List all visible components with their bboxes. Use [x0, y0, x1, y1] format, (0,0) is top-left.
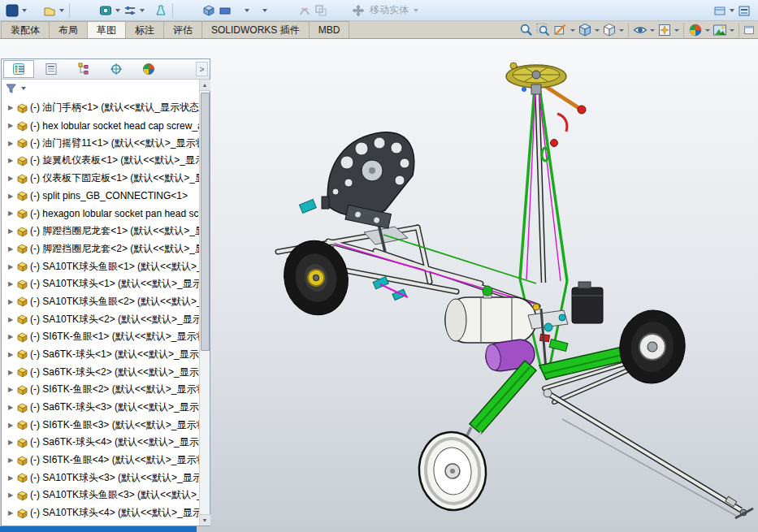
tab-assembly[interactable]: 装配体: [1, 21, 50, 38]
displaymanager-tab[interactable]: [133, 60, 164, 78]
window-icon[interactable]: [743, 22, 756, 38]
graphics-viewport[interactable]: [213, 39, 758, 532]
move-entities-group[interactable]: 移动实体: [350, 2, 420, 19]
slider-tool-icon[interactable]: [122, 2, 138, 19]
filter-funnel-icon[interactable]: [6, 84, 18, 94]
expand-arrow-icon[interactable]: ▶: [6, 298, 15, 305]
tree-item[interactable]: ▶ (-) 油门摇臂11<1> (默认<<默认>_显示状态 1>): [6, 134, 199, 152]
zoom-fit-icon[interactable]: [518, 22, 535, 38]
tab-annotation[interactable]: 标注: [125, 21, 164, 38]
dropdown-caret-icon[interactable]: [730, 9, 734, 12]
expand-arrow-icon[interactable]: ▶: [6, 474, 15, 482]
expand-arrow-icon[interactable]: ▶: [6, 157, 15, 164]
panel-expand-button[interactable]: >: [196, 62, 208, 76]
dropdown-caret-icon[interactable]: [570, 29, 575, 32]
tree-item[interactable]: ▶ (-) Sa6TK-球头<1> (默认<<默认>_显示状态 1>): [6, 346, 199, 364]
tree-item[interactable]: ▶ (-) 油门手柄<1> (默认<<默认_显示状态 1>): [6, 99, 199, 117]
hide-show-items-icon[interactable]: [632, 22, 648, 38]
zoom-area-icon[interactable]: [535, 22, 552, 38]
tab-solidworks-addins[interactable]: SOLIDWORKS 插件: [201, 21, 310, 38]
dropdown-caret-icon[interactable]: [59, 9, 64, 12]
scroll-down-arrow-icon[interactable]: ▼: [200, 514, 210, 526]
tree-item[interactable]: ▶ (-) hex lobular socket head cap screw_…: [6, 117, 199, 135]
assembly-model[interactable]: [277, 63, 753, 518]
section-view-icon[interactable]: [552, 22, 569, 38]
expand-arrow-icon[interactable]: ▶: [6, 456, 15, 464]
dropdown-caret-icon[interactable]: [414, 9, 418, 12]
front-wheel[interactable]: [415, 429, 490, 513]
expand-arrow-icon[interactable]: ▶: [6, 245, 15, 253]
tab-layout[interactable]: 布局: [49, 21, 88, 38]
evaluate-flask-icon[interactable]: [153, 2, 169, 19]
blue-cube-icon[interactable]: [201, 2, 217, 19]
expand-arrow-icon[interactable]: ▶: [6, 227, 15, 235]
right-wheel[interactable]: [615, 306, 690, 387]
tab-sketch[interactable]: 草图: [87, 21, 126, 38]
sketch-tool-icon[interactable]: [97, 2, 114, 19]
partial-right-icon-1[interactable]: [712, 2, 728, 19]
dropdown-caret-icon[interactable]: [705, 29, 710, 32]
dropdown-caret-icon[interactable]: [650, 29, 655, 32]
tree-item[interactable]: ▶ (-) Sa6TK-球头<2> (默认<<默认>_显示状态 1>): [6, 363, 199, 381]
dropdown-caret-icon[interactable]: [262, 9, 267, 12]
tree-item[interactable]: ▶ (-) Sa6TK-球头<4> (默认<<默认>_显示状态 1>): [6, 434, 199, 452]
expand-arrow-icon[interactable]: ▶: [6, 175, 15, 182]
tab-evaluate[interactable]: 评估: [163, 21, 202, 38]
tree-item[interactable]: ▶ (-) Sa6TK-球头<3> (默认<<默认>_显示状态 1>): [6, 399, 199, 417]
convert-entities-icon[interactable]: [313, 2, 329, 19]
tree-item[interactable]: ▶ (-) SI6TK-鱼眼<2> (默认<<默认>_显示状态 1>): [6, 381, 199, 399]
featuremanager-tab[interactable]: [3, 60, 34, 78]
blue-plate-icon[interactable]: [217, 2, 233, 19]
expand-arrow-icon[interactable]: ▶: [6, 491, 15, 499]
dropdown-caret-icon[interactable]: [245, 9, 249, 12]
expand-arrow-icon[interactable]: ▶: [6, 140, 15, 147]
tree-item[interactable]: ▶ (-) SA10TK球头<3> (默认<<默认>_显示状态 1>): [6, 469, 199, 487]
battery-box[interactable]: [572, 282, 603, 323]
expand-arrow-icon[interactable]: ▶: [6, 104, 15, 111]
tree-item[interactable]: ▶ (-) SI6TK-鱼眼<1> (默认<<默认>_显示状态 1>): [6, 328, 199, 346]
tab-mbd[interactable]: MBD: [309, 21, 350, 38]
tree-item[interactable]: ▶ (-) SA10TK球头<2> (默认<<默认>_显示状态 1>): [6, 310, 199, 328]
tree-item[interactable]: ▶ (-) 旋翼机仪表板<1> (默认<<默认>_显示状态 1>): [6, 152, 199, 170]
expand-arrow-icon[interactable]: ▶: [6, 192, 15, 200]
open-document-icon[interactable]: [41, 2, 58, 19]
tree-scrollbar[interactable]: ▲ ▼: [199, 80, 210, 526]
configurationmanager-tab[interactable]: [68, 60, 99, 78]
rotor-head[interactable]: [506, 63, 586, 114]
scrollbar-thumb[interactable]: [201, 93, 210, 351]
expand-arrow-icon[interactable]: ▶: [6, 439, 15, 446]
tree-item[interactable]: ▶ (-) split pins_GB_CONNECTING<1>: [6, 187, 199, 205]
dropdown-caret-icon[interactable]: [22, 9, 27, 12]
display-style-icon[interactable]: [601, 22, 617, 38]
tree-item[interactable]: ▶ (-) 脚蹬挡圈尼龙套<2> (默认<<默认>_显示状态 1>): [6, 240, 199, 258]
expand-arrow-icon[interactable]: ▶: [6, 404, 15, 411]
filter-caret-icon[interactable]: [21, 87, 26, 90]
tree-item[interactable]: ▶ (-) SA10TK球头<4> (默认<<默认>_显示状态 1>): [6, 504, 199, 522]
expand-arrow-icon[interactable]: ▶: [6, 386, 15, 393]
dimxpertmanager-tab[interactable]: [101, 60, 132, 78]
dropdown-caret-icon[interactable]: [140, 9, 145, 12]
expand-arrow-icon[interactable]: ▶: [6, 316, 15, 323]
tree-item[interactable]: ▶ (-) SA10TK球头鱼眼<3> (默认<<默认>_显示状态 1>): [6, 487, 199, 504]
dropdown-caret-icon[interactable]: [730, 29, 734, 32]
scroll-up-arrow-icon[interactable]: ▲: [200, 80, 210, 91]
expand-arrow-icon[interactable]: ▶: [6, 210, 15, 217]
trim-entities-icon[interactable]: [297, 2, 313, 19]
dropdown-caret-icon[interactable]: [674, 29, 679, 32]
tree-item[interactable]: ▶ (-) SA10TK球头<1> (默认<<默认>_显示状态 1>): [6, 275, 199, 293]
application-menu-icon[interactable]: [4, 2, 20, 19]
view-settings-icon[interactable]: [656, 22, 673, 38]
dropdown-caret-icon[interactable]: [595, 29, 600, 32]
scene-icon[interactable]: [712, 22, 728, 38]
tree-item[interactable]: ▶ (-) hexagon lobular socket pan head sc…: [6, 205, 199, 223]
tree-item[interactable]: ▶ (-) SI6TK-鱼眼<4> (默认<<默认>_显示状态 1>): [6, 452, 199, 469]
tree-item[interactable]: ▶ (-) SA10TK球头鱼眼<1> (默认<<默认>_显示状态 1>): [6, 257, 199, 275]
partial-right-icon-2[interactable]: [736, 2, 752, 19]
expand-arrow-icon[interactable]: ▶: [6, 369, 15, 376]
dropdown-caret-icon[interactable]: [115, 9, 120, 12]
tow-bar[interactable]: [544, 389, 753, 518]
expand-arrow-icon[interactable]: ▶: [6, 333, 15, 340]
tree-item[interactable]: ▶ (-) 脚蹬挡圈尼龙套<1> (默认<<默认>_显示状态 1>): [6, 223, 199, 240]
expand-arrow-icon[interactable]: ▶: [6, 509, 15, 517]
tree-item[interactable]: ▶ (-) 仪表板下固定板<1> (默认<<默认>_显示状态 1>): [6, 170, 199, 188]
